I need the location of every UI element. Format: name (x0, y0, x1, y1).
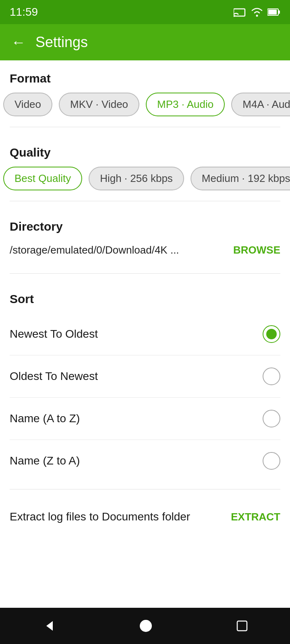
toolbar-title: Settings (35, 34, 88, 51)
divider-sort-extract (10, 489, 280, 489)
sort-label: Sort (10, 281, 280, 313)
sort-radio-inner-newest (266, 329, 277, 339)
nav-spacer (10, 533, 280, 573)
svg-rect-4 (278, 10, 280, 14)
wifi-icon (251, 7, 263, 17)
quality-chip-high[interactable]: High · 256 kbps (89, 167, 184, 190)
extract-row: Extract log files to Documents folder EX… (10, 497, 280, 533)
format-chip-row: Video MKV · Video MP3 · Audio M4A · Audi… (0, 93, 280, 120)
format-chip-mkv[interactable]: MKV · Video (59, 93, 139, 116)
directory-path: /storage/emulated/0/Download/4K ... (10, 244, 224, 256)
extract-button[interactable]: EXTRACT (231, 511, 280, 523)
battery-icon (267, 8, 280, 16)
status-time: 11:59 (10, 6, 38, 19)
nav-bar (0, 608, 290, 644)
status-bar: 11:59 (0, 0, 290, 24)
sort-radio-atoz[interactable] (263, 410, 280, 427)
svg-rect-5 (268, 10, 277, 14)
nav-recents-button[interactable] (235, 619, 249, 633)
directory-row: /storage/emulated/0/Download/4K ... BROW… (10, 241, 280, 266)
nav-recents-icon (235, 619, 249, 633)
directory-label: Directory (10, 208, 280, 241)
format-chip-m4a[interactable]: M4A · Audio (231, 93, 290, 116)
directory-section: Directory /storage/emulated/0/Download/4… (10, 208, 280, 266)
divider-format-quality (10, 127, 280, 127)
nav-home-button[interactable] (139, 619, 153, 633)
browse-button[interactable]: BROWSE (224, 244, 280, 256)
quality-section: Quality Best Quality High · 256 kbps Med… (10, 134, 280, 194)
sort-radio-oldest[interactable] (263, 367, 280, 385)
svg-rect-0 (234, 9, 245, 16)
divider-quality-directory (10, 201, 280, 201)
quality-chip-best[interactable]: Best Quality (3, 167, 82, 190)
svg-rect-8 (237, 621, 247, 631)
back-button[interactable]: ← (11, 35, 26, 50)
format-label: Format (10, 60, 280, 93)
svg-point-7 (140, 620, 152, 632)
format-section: Format Video MKV · Video MP3 · Audio M4A… (10, 60, 280, 120)
sort-radio-newest[interactable] (263, 325, 280, 343)
format-chip-mp3[interactable]: MP3 · Audio (146, 93, 225, 116)
quality-chip-row: Best Quality High · 256 kbps Medium · 19… (0, 167, 280, 194)
extract-label: Extract log files to Documents folder (10, 510, 190, 523)
sort-row-oldest[interactable]: Oldest To Newest (10, 355, 280, 398)
divider-directory-sort (10, 273, 280, 274)
sort-label-newest: Newest To Oldest (10, 328, 98, 341)
toolbar: ← Settings (0, 24, 290, 60)
nav-back-icon (41, 618, 57, 634)
nav-home-icon (139, 619, 153, 633)
sort-row-newest[interactable]: Newest To Oldest (10, 313, 280, 355)
svg-point-2 (256, 15, 258, 17)
sort-radio-ztoa[interactable] (263, 452, 280, 470)
sort-label-ztoa: Name (Z to A) (10, 454, 80, 467)
quality-label: Quality (10, 134, 280, 167)
sort-section: Sort Newest To Oldest Oldest To Newest N… (10, 281, 280, 482)
nav-back-button[interactable] (41, 618, 57, 634)
settings-content: Format Video MKV · Video MP3 · Audio M4A… (0, 60, 290, 573)
status-icons (234, 7, 280, 17)
quality-chip-medium[interactable]: Medium · 192 kbps (191, 167, 290, 190)
sort-row-atoz[interactable]: Name (A to Z) (10, 398, 280, 440)
svg-marker-6 (46, 621, 53, 631)
format-chip-mp4[interactable]: Video (3, 93, 52, 116)
cast-icon (234, 7, 246, 17)
sort-row-ztoa[interactable]: Name (Z to A) (10, 440, 280, 482)
sort-label-atoz: Name (A to Z) (10, 412, 80, 425)
sort-label-oldest: Oldest To Newest (10, 370, 98, 383)
